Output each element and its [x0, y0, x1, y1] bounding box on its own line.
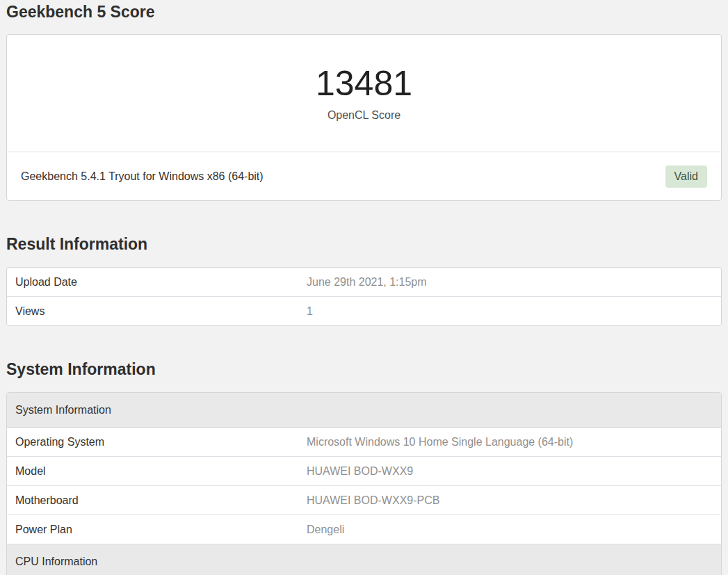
result-information-card: Upload Date June 29th 2021, 1:15pm Views…: [6, 267, 722, 326]
section-header-row-cpu: CPU Information: [7, 544, 721, 575]
table-row-power-plan: Power Plan Dengeli: [7, 515, 721, 544]
row-value: June 29th 2021, 1:15pm: [298, 268, 721, 296]
score-card: 13481 OpenCL Score Geekbench 5.4.1 Tryou…: [6, 34, 722, 201]
row-label: Upload Date: [7, 268, 298, 296]
table-row-operating-system: Operating System Microsoft Windows 10 Ho…: [7, 428, 721, 456]
row-value: Microsoft Windows 10 Home Single Languag…: [298, 428, 721, 456]
result-information-title: Result Information: [6, 234, 722, 254]
section-header-row-system: System Information: [7, 393, 721, 428]
geekbench-result-page: Geekbench 5 Score 13481 OpenCL Score Gee…: [0, 2, 728, 575]
row-label: Operating System: [7, 428, 298, 456]
section-header-label: System Information: [7, 393, 721, 428]
row-label: Views: [7, 296, 298, 325]
row-value: HUAWEI BOD-WXX9: [298, 456, 721, 485]
score-value: 13481: [316, 65, 412, 103]
system-information-title: System Information: [6, 359, 722, 379]
table-row-upload-date: Upload Date June 29th 2021, 1:15pm: [7, 268, 721, 296]
row-label: Motherboard: [7, 485, 298, 515]
row-value: HUAWEI BOD-WXX9-PCB: [298, 485, 721, 515]
result-information-table: Upload Date June 29th 2021, 1:15pm Views…: [7, 268, 721, 325]
table-row-model: Model HUAWEI BOD-WXX9: [7, 456, 721, 485]
page-title: Geekbench 5 Score: [6, 2, 722, 22]
system-information-table: System Information Operating System Micr…: [7, 393, 721, 575]
table-row-motherboard: Motherboard HUAWEI BOD-WXX9-PCB: [7, 485, 721, 515]
benchmark-row: Geekbench 5.4.1 Tryout for Windows x86 (…: [7, 152, 721, 200]
section-header-label: CPU Information: [7, 544, 721, 575]
row-value: Dengeli: [298, 515, 721, 544]
row-label: Power Plan: [7, 515, 298, 544]
score-type-label: OpenCL Score: [327, 109, 401, 122]
row-value: 1: [298, 296, 721, 325]
table-row-views: Views 1: [7, 296, 721, 325]
benchmark-version-label: Geekbench 5.4.1 Tryout for Windows x86 (…: [21, 170, 264, 183]
score-display: 13481 OpenCL Score: [7, 35, 721, 152]
system-information-card: System Information Operating System Micr…: [6, 392, 722, 575]
row-label: Model: [7, 456, 298, 485]
valid-status-badge: Valid: [665, 165, 707, 188]
